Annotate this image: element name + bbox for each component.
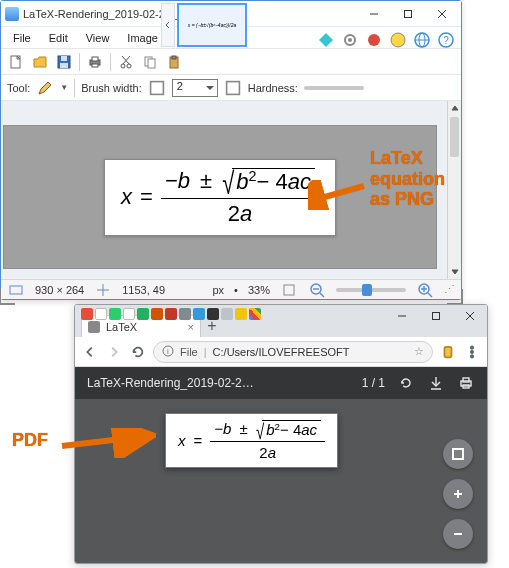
eq-lhs: x: [178, 432, 186, 449]
bookmark-icon[interactable]: [95, 308, 107, 320]
window-buttons: [357, 3, 459, 25]
pdf-fit-button[interactable]: [443, 439, 473, 469]
zoom-out-icon[interactable]: [308, 281, 326, 299]
svg-rect-30: [150, 81, 163, 94]
pdf-download-icon[interactable]: [427, 374, 445, 392]
brush-width-label: Brush width:: [81, 82, 142, 94]
tab-close-icon[interactable]: ×: [188, 321, 194, 333]
bookmark-star-icon[interactable]: ☆: [414, 345, 424, 358]
svg-rect-1: [405, 10, 412, 17]
minimize-button[interactable]: [385, 305, 419, 327]
save-icon[interactable]: [55, 53, 73, 71]
bookmark-icon[interactable]: [193, 308, 205, 320]
bookmark-icon[interactable]: [165, 308, 177, 320]
pdf-viewport[interactable]: x = −b ± √ b2 − 4ac: [75, 399, 487, 563]
print-icon[interactable]: [86, 53, 104, 71]
vertical-scrollbar[interactable]: [447, 101, 461, 279]
menu-edit[interactable]: Edit: [41, 30, 76, 46]
paste-icon[interactable]: [165, 53, 183, 71]
copy-icon[interactable]: [141, 53, 159, 71]
color-wheel-icon[interactable]: [389, 31, 407, 49]
url-scheme-label: File: [180, 346, 198, 358]
address-bar[interactable]: i File | C:/Users/ILOVEFREESOFT ☆: [153, 341, 433, 363]
tool-options-bar: Tool: ▼ Brush width: 2 Hardness:: [1, 75, 461, 101]
close-button[interactable]: [453, 305, 487, 327]
menu-file[interactable]: File: [5, 30, 39, 46]
pdf-zoom-out-button[interactable]: [443, 519, 473, 549]
menu-image[interactable]: Image: [119, 30, 166, 46]
zoom-in-icon[interactable]: [416, 281, 434, 299]
back-button[interactable]: [81, 343, 99, 361]
browser-tabstrip: LaTeX × +: [75, 305, 487, 337]
zoom-slider-knob[interactable]: [362, 284, 372, 296]
diamond-icon[interactable]: [317, 31, 335, 49]
eq-denominator: 2a: [255, 444, 280, 461]
svg-rect-62: [453, 449, 463, 459]
bookmark-icon[interactable]: [179, 308, 191, 320]
svg-point-54: [471, 346, 473, 348]
record-icon[interactable]: [365, 31, 383, 49]
pencil-tool-icon[interactable]: [36, 79, 54, 97]
thumbnail-selected[interactable]: x = (−b±√(b²−4ac))/2a: [177, 3, 247, 47]
annotation-text: equation: [370, 169, 445, 190]
pdf-print-icon[interactable]: [457, 374, 475, 392]
maximize-button[interactable]: [419, 305, 453, 327]
svg-point-7: [368, 34, 380, 46]
brush-increment-icon[interactable]: [224, 79, 242, 97]
eq-equals: =: [140, 184, 153, 210]
eq-b: b: [266, 421, 274, 438]
svg-text:?: ?: [443, 35, 449, 46]
bookmark-icon[interactable]: [221, 308, 233, 320]
scroll-thumb[interactable]: [450, 117, 459, 157]
bookmark-icon[interactable]: [249, 308, 261, 320]
bookmark-icon[interactable]: [137, 308, 149, 320]
pdf-filename: LaTeX-Rendering_2019-02-2…: [87, 376, 350, 390]
close-button[interactable]: [425, 3, 459, 25]
browser-toolbar: i File | C:/Users/ILOVEFREESOFT ☆: [75, 337, 487, 367]
browser-menu-icon[interactable]: [463, 343, 481, 361]
maximize-button[interactable]: [391, 3, 425, 25]
bookmark-icon[interactable]: [207, 308, 219, 320]
new-icon[interactable]: [7, 53, 25, 71]
bookmark-icon[interactable]: [123, 308, 135, 320]
help-icon[interactable]: ?: [437, 31, 455, 49]
globe-icon[interactable]: [413, 31, 431, 49]
svg-point-55: [471, 350, 473, 352]
open-icon[interactable]: [31, 53, 49, 71]
pdf-zoom-in-button[interactable]: [443, 479, 473, 509]
zoom-slider[interactable]: [336, 288, 406, 292]
eq-neg-b: −b: [214, 420, 231, 437]
scroll-down-icon[interactable]: [448, 265, 461, 279]
svg-text:i: i: [167, 347, 169, 356]
eq-numerator: −b ± √ b2 − 4ac: [210, 420, 325, 439]
zoom-unit: px: [212, 284, 224, 296]
cut-icon[interactable]: [117, 53, 135, 71]
extension-icon[interactable]: [439, 343, 457, 361]
pdf-rotate-icon[interactable]: [397, 374, 415, 392]
thumb-prev-button[interactable]: [161, 3, 175, 47]
brush-decrement-icon[interactable]: [148, 79, 166, 97]
svg-point-56: [471, 355, 473, 357]
brush-width-select[interactable]: 2: [172, 79, 218, 97]
menu-view[interactable]: View: [78, 30, 118, 46]
gear-icon[interactable]: [341, 31, 359, 49]
svg-marker-32: [452, 106, 458, 110]
bookmark-icon[interactable]: [235, 308, 247, 320]
svg-point-23: [127, 64, 131, 68]
tool-dropdown-icon[interactable]: ▼: [60, 83, 68, 92]
hardness-slider[interactable]: [304, 86, 364, 90]
scroll-up-icon[interactable]: [448, 101, 461, 115]
bookmark-icon[interactable]: [109, 308, 121, 320]
pdf-viewer-toolbar: LaTeX-Rendering_2019-02-2… 1 / 1: [75, 367, 487, 399]
main-toolbar: [1, 49, 461, 75]
fit-icon[interactable]: [280, 281, 298, 299]
minimize-button[interactable]: [357, 3, 391, 25]
fraction-bar: [161, 198, 319, 199]
eq-equals: =: [194, 432, 203, 449]
equation-display: x = −b ± √ b2 − 4ac: [178, 420, 325, 461]
toolbar-separator: [79, 53, 80, 71]
reload-button[interactable]: [129, 343, 147, 361]
bookmark-icon[interactable]: [81, 308, 93, 320]
forward-button[interactable]: [105, 343, 123, 361]
bookmark-icon[interactable]: [151, 308, 163, 320]
